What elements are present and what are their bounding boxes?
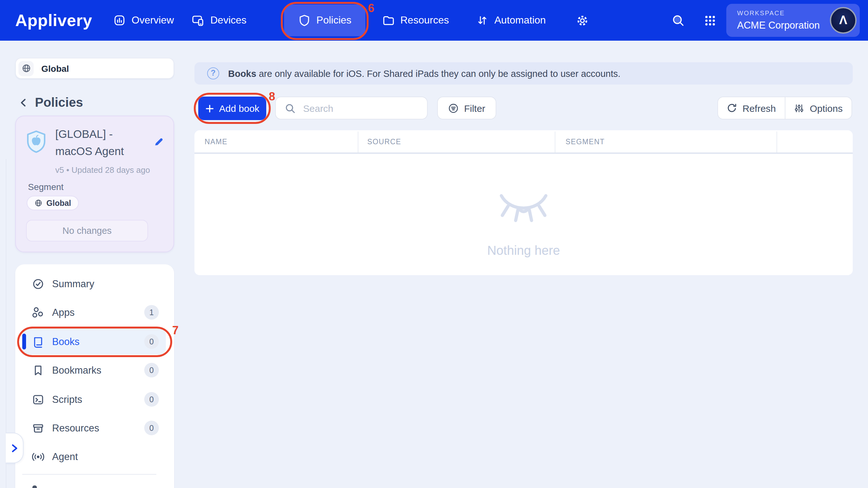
book-icon (32, 335, 44, 348)
column-divider (358, 131, 359, 152)
sidebar-item-label: Scripts (52, 394, 82, 405)
segment-pill-value: Global (46, 199, 71, 208)
sidebar-item-label: Bookmarks (52, 364, 101, 376)
top-navbar: Applivery Overview Devices Policies Reso… (0, 0, 868, 41)
folder-icon (382, 14, 395, 27)
empty-state-text: Nothing here (194, 243, 853, 258)
annotation-number-8: 8 (269, 90, 275, 103)
sidebar-item-agent[interactable]: Agent (22, 444, 166, 469)
policy-card[interactable]: [GLOBAL] - macOS Agent v5 • Updated 28 d… (15, 116, 174, 252)
segment-label: Segment (28, 182, 64, 192)
filter-label: Filter (464, 102, 486, 114)
scope-selector[interactable]: Global (15, 58, 174, 79)
overview-icon (113, 14, 126, 27)
sidebar-item-label: Summary (52, 278, 94, 289)
sidebar-item-label: Agent (52, 451, 78, 462)
closed-eye-icon (498, 191, 549, 225)
search-icon[interactable] (672, 14, 685, 27)
count-badge: 0 (144, 421, 159, 435)
header-divider (194, 152, 853, 154)
scope-selector-value: Global (41, 63, 69, 73)
books-table: NAME SOURCE SEGMENT Nothing here (194, 130, 853, 275)
workspace-avatar: Λ (830, 7, 857, 34)
terminal-icon (32, 393, 44, 406)
count-badge: 0 (144, 363, 159, 377)
selected-indicator (22, 334, 26, 349)
sidebar-item-bookmarks[interactable]: Bookmarks 0 (22, 357, 166, 383)
tab-overview[interactable]: Overview (113, 0, 174, 41)
tab-resources-label: Resources (400, 14, 449, 26)
policy-section-nav: Summary Apps 1 Books 0 Bookmarks 0 Scrip… (15, 264, 174, 488)
options-label: Options (810, 102, 843, 114)
search-box (275, 97, 428, 119)
count-badge: 1 (144, 305, 159, 319)
column-header-source[interactable]: SOURCE (367, 138, 401, 146)
segment-pill[interactable]: Global (27, 196, 79, 210)
clipped-item-icon (32, 485, 37, 488)
policies-back-title: Policies (35, 95, 83, 110)
archive-icon (32, 422, 44, 434)
count-badge: 0 (144, 334, 159, 349)
applivery-console: Applivery Overview Devices Policies Reso… (0, 0, 868, 488)
refresh-label: Refresh (743, 102, 776, 114)
column-header-segment[interactable]: SEGMENT (565, 138, 605, 146)
shield-icon (298, 14, 311, 27)
filter-icon (448, 102, 459, 114)
column-divider (555, 131, 555, 152)
tab-policies[interactable]: Policies (284, 4, 365, 36)
add-book-button[interactable]: Add book (198, 97, 266, 120)
sidebar-item-summary[interactable]: Summary (22, 271, 166, 297)
sidebar-item-scripts[interactable]: Scripts 0 (22, 386, 166, 413)
policies-back-link[interactable]: Policies (19, 95, 83, 110)
options-button[interactable]: Options (785, 97, 851, 119)
grid-icon[interactable] (704, 14, 717, 27)
devices-icon (191, 14, 205, 27)
globe-icon (19, 61, 34, 76)
chevron-left-icon (19, 98, 28, 108)
table-actions: Refresh Options (717, 97, 852, 119)
gear-icon[interactable] (576, 14, 589, 27)
nav-divider (22, 474, 156, 475)
apps-icon (32, 306, 44, 319)
sidebar-item-books[interactable]: Books 0 (22, 329, 166, 355)
apple-shield-icon (26, 130, 46, 153)
column-header-name[interactable]: NAME (205, 138, 227, 146)
automation-icon (476, 14, 489, 27)
policy-title: [GLOBAL] - macOS Agent (55, 126, 152, 160)
plus-icon (205, 104, 214, 113)
policy-meta: v5 • Updated 28 days ago (55, 165, 150, 175)
workspace-switcher[interactable]: WORKSPACE ACME Corporation Λ (726, 4, 860, 37)
refresh-icon (726, 102, 737, 114)
sidebar-item-label: Resources (52, 422, 99, 434)
sidebar-item-label: Books (52, 336, 80, 347)
tab-overview-label: Overview (131, 14, 174, 26)
workspace-name: ACME Corporation (737, 20, 820, 31)
search-icon (285, 102, 296, 114)
info-banner-text: Books are only available for iOS. For Sh… (228, 68, 620, 79)
pencil-icon[interactable] (154, 136, 164, 147)
expand-panel-tab[interactable] (6, 433, 24, 463)
help-circle-icon (207, 67, 219, 80)
column-divider (776, 131, 777, 152)
sliders-icon (794, 102, 805, 114)
chevron-right-icon (10, 443, 19, 453)
filter-button[interactable]: Filter (437, 97, 496, 119)
applivery-mark-icon: Λ (839, 13, 847, 27)
tab-resources[interactable]: Resources (382, 0, 449, 41)
tab-automation[interactable]: Automation (476, 0, 546, 41)
no-changes-button[interactable]: No changes (26, 220, 148, 241)
sidebar-item-label: Apps (52, 307, 75, 318)
applivery-logo[interactable]: Applivery (15, 11, 92, 30)
count-badge: 0 (144, 392, 159, 407)
sidebar-item-apps[interactable]: Apps 1 (22, 299, 166, 325)
bookmark-icon (32, 364, 44, 376)
tab-devices-label: Devices (210, 14, 247, 26)
search-input[interactable] (302, 102, 419, 114)
broadcast-icon (32, 450, 44, 463)
sidebar-item-resources[interactable]: Resources 0 (22, 415, 166, 441)
refresh-button[interactable]: Refresh (718, 97, 785, 119)
summary-check-icon (32, 277, 44, 290)
add-book-label: Add book (219, 103, 259, 114)
tab-policies-label: Policies (316, 14, 351, 26)
tab-devices[interactable]: Devices (191, 0, 247, 41)
